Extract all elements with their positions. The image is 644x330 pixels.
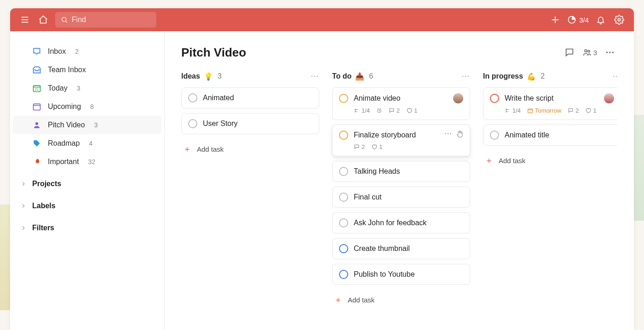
task-meta: 1/4 2 1 bbox=[339, 107, 463, 114]
label-icon bbox=[32, 139, 41, 148]
sidebar-group-filters[interactable]: Filters bbox=[13, 219, 161, 237]
sidebar: Inbox 2 Team Inbox 21 Today 3 Up bbox=[10, 31, 165, 330]
column-emoji: 💡 bbox=[204, 72, 213, 81]
search-input[interactable] bbox=[72, 16, 151, 24]
task-checkbox[interactable] bbox=[339, 94, 348, 103]
chevron-right-icon bbox=[20, 203, 27, 209]
page-title: Pitch Video bbox=[181, 46, 557, 60]
task-title: Ask John for feedback bbox=[354, 219, 463, 227]
sidebar-item-upcoming[interactable]: Upcoming 8 bbox=[13, 97, 161, 116]
home-icon[interactable] bbox=[37, 13, 50, 26]
task-card[interactable]: Animated bbox=[181, 87, 319, 108]
svg-line-4 bbox=[66, 21, 67, 23]
task-card[interactable]: Animate video 1/4 bbox=[332, 87, 470, 120]
task-title: Write the script bbox=[505, 94, 598, 102]
sidebar-group-label: Projects bbox=[32, 180, 61, 188]
column-title: Ideas bbox=[181, 72, 200, 80]
task-checkbox[interactable] bbox=[339, 270, 348, 279]
members-button[interactable]: 3 bbox=[582, 48, 597, 57]
grab-cursor-icon bbox=[456, 130, 464, 138]
sidebar-item-label: Team Inbox bbox=[48, 66, 86, 74]
sidebar-item-count: 2 bbox=[75, 48, 79, 55]
app-window: 3/4 Inbox 2 Team Inbox bbox=[10, 8, 634, 330]
column-header: In progress 💪 2 bbox=[483, 72, 617, 81]
task-card[interactable]: User Story bbox=[181, 113, 319, 134]
add-task-button[interactable]: ＋ Add task bbox=[181, 139, 319, 159]
sidebar-item-count: 4 bbox=[89, 140, 92, 147]
task-meta: 2 1 bbox=[339, 143, 463, 150]
card-more-icon[interactable] bbox=[444, 130, 452, 138]
sidebar-item-inbox[interactable]: Inbox 2 bbox=[13, 42, 161, 61]
search-input-wrap[interactable] bbox=[55, 12, 156, 28]
task-checkbox[interactable] bbox=[188, 119, 197, 128]
usage-indicator[interactable]: 3/4 bbox=[567, 15, 589, 24]
menu-icon[interactable] bbox=[18, 13, 31, 26]
likes-meta: 1 bbox=[585, 107, 596, 114]
notifications-icon[interactable] bbox=[594, 13, 607, 26]
task-title: Animated title bbox=[505, 131, 614, 139]
add-task-button[interactable]: ＋ Add task bbox=[332, 290, 470, 310]
column-menu-button[interactable] bbox=[461, 72, 470, 81]
sidebar-item-label: Upcoming bbox=[48, 102, 81, 111]
task-checkbox[interactable] bbox=[339, 244, 348, 253]
column-menu-button[interactable] bbox=[612, 72, 617, 81]
task-card[interactable]: Talking Heads bbox=[332, 161, 470, 182]
add-button[interactable] bbox=[549, 13, 562, 26]
task-card[interactable]: Write the script 1/4 Tomorrow bbox=[483, 87, 617, 120]
task-title: Publish to Youtube bbox=[354, 270, 463, 279]
svg-rect-12 bbox=[34, 104, 40, 110]
calendar-today-icon: 21 bbox=[32, 84, 41, 93]
sidebar-item-label: Today bbox=[48, 84, 68, 92]
assignee-avatar[interactable] bbox=[604, 93, 614, 103]
chevron-right-icon bbox=[20, 181, 27, 187]
plus-icon: ＋ bbox=[183, 143, 191, 154]
svg-point-25 bbox=[317, 76, 318, 77]
task-checkbox[interactable] bbox=[490, 94, 499, 103]
task-card[interactable]: Create thumbnail bbox=[332, 238, 470, 259]
sidebar-item-label: Inbox bbox=[48, 47, 66, 56]
task-title: Animated bbox=[203, 94, 312, 102]
subtasks-meta: 1/4 bbox=[505, 107, 521, 114]
svg-point-18 bbox=[585, 50, 587, 52]
svg-point-27 bbox=[465, 76, 466, 77]
task-checkbox[interactable] bbox=[188, 93, 197, 102]
sidebar-item-pitch-video[interactable]: Pitch Video 3 bbox=[13, 116, 161, 134]
sidebar-item-important[interactable]: Important 32 bbox=[13, 153, 161, 171]
sidebar-item-roadmap[interactable]: Roadmap 4 bbox=[13, 134, 161, 153]
sidebar-item-today[interactable]: 21 Today 3 bbox=[13, 79, 161, 97]
column-emoji: 📥 bbox=[355, 72, 364, 81]
task-checkbox[interactable] bbox=[339, 167, 348, 176]
task-checkbox[interactable] bbox=[339, 193, 348, 202]
assignee-avatar[interactable] bbox=[453, 93, 463, 103]
sidebar-group-projects[interactable]: Projects bbox=[13, 175, 161, 193]
comments-button[interactable] bbox=[562, 45, 577, 60]
column-emoji: 💪 bbox=[527, 72, 536, 81]
add-task-button[interactable]: ＋ Add task bbox=[483, 150, 617, 171]
task-title: Talking Heads bbox=[354, 167, 463, 176]
sidebar-group-labels[interactable]: Labels bbox=[13, 197, 161, 215]
task-checkbox[interactable] bbox=[339, 131, 348, 140]
task-card[interactable]: Animated title bbox=[483, 125, 617, 146]
task-card[interactable]: Finalize storyboard 2 1 bbox=[332, 125, 470, 156]
task-card[interactable]: Ask John for feedback bbox=[332, 212, 470, 233]
main-board: Pitch Video 3 Ideas 💡 bbox=[165, 31, 634, 330]
column-menu-button[interactable] bbox=[310, 72, 319, 81]
task-card[interactable]: Publish to Youtube bbox=[332, 264, 470, 285]
main-header: Pitch Video 3 bbox=[181, 45, 617, 60]
column-title: To do bbox=[332, 72, 351, 80]
svg-point-32 bbox=[450, 133, 451, 134]
task-checkbox[interactable] bbox=[339, 218, 348, 228]
comments-meta: 2 bbox=[354, 143, 365, 150]
task-title: Animate video bbox=[354, 94, 448, 102]
people-icon bbox=[582, 48, 592, 57]
svg-point-30 bbox=[445, 133, 446, 134]
more-button[interactable] bbox=[603, 45, 617, 60]
task-card[interactable]: Final cut bbox=[332, 187, 470, 208]
svg-point-8 bbox=[618, 18, 621, 21]
sidebar-item-team-inbox[interactable]: Team Inbox bbox=[13, 61, 161, 79]
settings-icon[interactable] bbox=[613, 13, 626, 26]
column-count: 6 bbox=[369, 72, 373, 80]
task-checkbox[interactable] bbox=[490, 131, 499, 140]
column-in-progress: In progress 💪 2 Write the script bbox=[483, 72, 617, 330]
svg-point-26 bbox=[462, 76, 464, 77]
